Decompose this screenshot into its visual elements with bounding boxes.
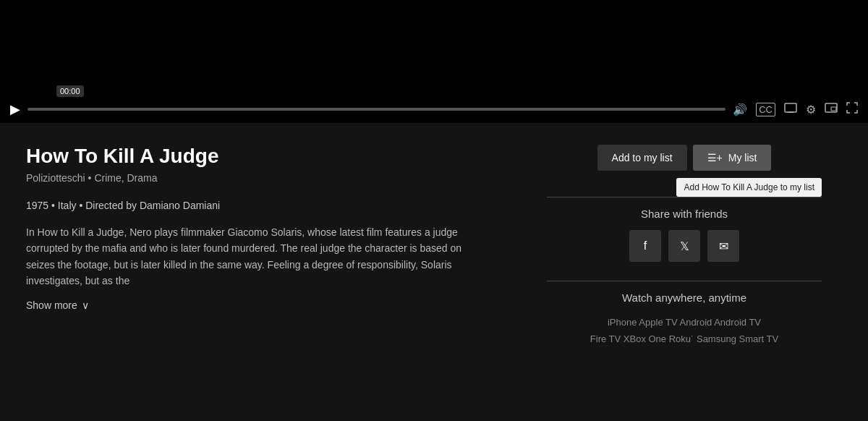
tooltip: Add How To Kill A Judge to my list	[676, 178, 822, 197]
volume-icon[interactable]: 🔊	[733, 103, 747, 116]
screen-icon[interactable]	[784, 103, 797, 116]
time-badge: 00:00	[56, 85, 84, 97]
divider-1	[547, 197, 822, 197]
my-list-button[interactable]: ☰+ My list	[693, 145, 772, 171]
share-title: Share with friends	[641, 208, 728, 220]
right-panel: Add to my list ☰+ My list Add How To Kil…	[547, 145, 822, 407]
meta-info: 1975 • Italy • Directed by Damiano Damia…	[26, 200, 518, 211]
watch-anywhere-title: Watch anywhere, anytime	[622, 292, 746, 304]
svg-rect-3	[831, 107, 836, 111]
action-buttons: Add to my list ☰+ My list Add How To Kil…	[547, 145, 822, 171]
divider-2	[547, 281, 822, 281]
progress-bar[interactable]	[27, 108, 726, 111]
chevron-down-icon: ∨	[82, 299, 89, 311]
control-icons: 🔊 CC ⚙	[733, 102, 858, 116]
content-area: How To Kill A Judge Poliziotteschi • Cri…	[0, 123, 868, 421]
my-list-icon: ☰+	[707, 152, 723, 163]
email-share-button[interactable]: ✉	[707, 230, 739, 262]
settings-icon[interactable]: ⚙	[806, 103, 816, 116]
video-player: 00:00 ▶ 🔊 CC ⚙	[0, 0, 868, 123]
left-panel: How To Kill A Judge Poliziotteschi • Cri…	[26, 145, 518, 407]
platforms: iPhone Apple TV Android Android TV Fire …	[590, 314, 778, 348]
genres: Poliziotteschi • Crime, Drama	[26, 172, 518, 184]
cc-icon[interactable]: CC	[756, 103, 775, 116]
facebook-icon: f	[644, 239, 647, 252]
share-icons: f 𝕏 ✉	[629, 230, 739, 262]
twitter-icon: 𝕏	[680, 239, 689, 253]
show-more-button[interactable]: Show more ∨	[26, 299, 89, 311]
pip-icon[interactable]	[825, 103, 838, 116]
facebook-share-button[interactable]: f	[629, 230, 661, 262]
description: In How to Kill a Judge, Nero plays filmm…	[26, 224, 489, 289]
twitter-share-button[interactable]: 𝕏	[668, 230, 700, 262]
svg-rect-0	[785, 103, 796, 112]
fullscreen-icon[interactable]	[846, 102, 858, 116]
add-to-list-button[interactable]: Add to my list	[597, 145, 687, 171]
my-list-label: My list	[728, 152, 757, 163]
platforms-row-1: iPhone Apple TV Android Android TV	[590, 314, 778, 331]
show-more-label: Show more	[26, 299, 77, 311]
play-button[interactable]: ▶	[10, 101, 20, 117]
email-icon: ✉	[719, 239, 728, 253]
video-controls: ▶ 🔊 CC ⚙	[0, 97, 868, 123]
movie-title: How To Kill A Judge	[26, 145, 518, 168]
platforms-row-2: Fire TV XBox One Roku˙ Samsung Smart TV	[590, 331, 778, 347]
